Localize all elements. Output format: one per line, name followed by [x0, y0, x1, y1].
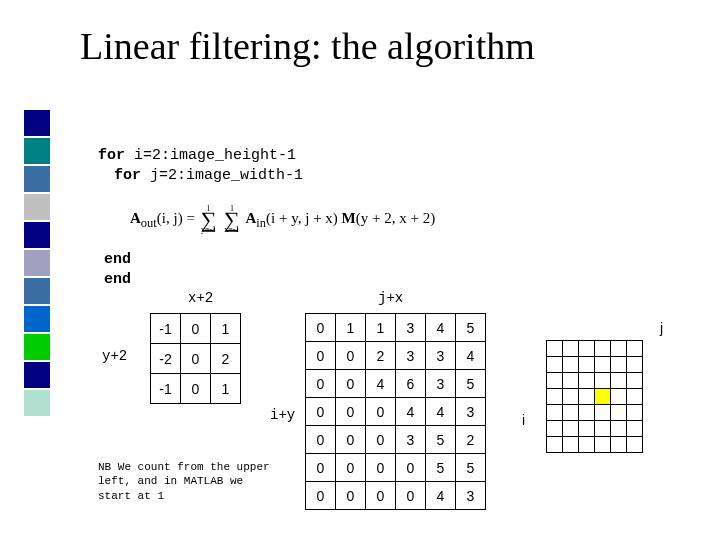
data-cell: 2	[456, 426, 486, 454]
grid-cell	[547, 437, 563, 453]
grid-cell	[595, 373, 611, 389]
kernel-cell: -2	[151, 344, 181, 374]
grid-cell	[611, 357, 627, 373]
data-cell: 0	[336, 482, 366, 510]
data-cell: 0	[336, 342, 366, 370]
data-cell: 3	[396, 342, 426, 370]
grid-cell	[611, 405, 627, 421]
kernel-cell: 0	[181, 374, 211, 404]
grid-cell	[627, 389, 643, 405]
data-cell: 0	[396, 454, 426, 482]
grid-cell	[563, 357, 579, 373]
data-cell: 0	[306, 398, 336, 426]
sidebar-square	[24, 362, 50, 388]
grid-cell	[563, 389, 579, 405]
data-cell: 1	[336, 314, 366, 342]
grid-cell	[563, 437, 579, 453]
data-cell: 5	[456, 314, 486, 342]
grid-cell	[595, 437, 611, 453]
grid-cell	[563, 405, 579, 421]
grid-cell	[547, 389, 563, 405]
grid-cell	[595, 357, 611, 373]
data-cell: 0	[336, 426, 366, 454]
grid-cell	[579, 405, 595, 421]
data-cell: 4	[426, 482, 456, 510]
output-grid	[546, 340, 643, 453]
f-aout-sub: out	[141, 216, 157, 230]
grid-cell	[627, 405, 643, 421]
label-j: j	[660, 320, 663, 336]
grid-cell	[579, 341, 595, 357]
data-cell: 1	[366, 314, 396, 342]
code-l1: i=2:image_height-1	[125, 147, 296, 164]
kw-end-2: end	[104, 271, 131, 288]
data-cell: 0	[306, 370, 336, 398]
data-cell: 0	[336, 370, 366, 398]
grid-cell	[579, 389, 595, 405]
data-cell: 0	[366, 454, 396, 482]
grid-cell	[595, 389, 611, 405]
code-block: for i=2:image_height-1 for j=2:image_wid…	[98, 146, 303, 187]
data-cell: 3	[396, 314, 426, 342]
kernel-cell: 1	[211, 314, 241, 344]
kw-for-2: for	[114, 167, 141, 184]
data-cell: 5	[426, 426, 456, 454]
grid-cell	[547, 405, 563, 421]
label-i: i	[522, 412, 525, 428]
data-cell: 0	[366, 482, 396, 510]
kernel-table: -101-202-101	[150, 313, 241, 404]
sidebar-decor	[24, 110, 50, 418]
sidebar-square	[24, 166, 50, 192]
kernel-cell: 2	[211, 344, 241, 374]
grid-cell	[611, 421, 627, 437]
kernel-cell: -1	[151, 314, 181, 344]
data-cell: 5	[426, 454, 456, 482]
kernel-cell: -1	[151, 374, 181, 404]
grid-cell	[595, 421, 611, 437]
data-cell: 3	[396, 426, 426, 454]
data-cell: 5	[456, 454, 486, 482]
grid-cell	[563, 341, 579, 357]
f-m: M	[342, 210, 356, 226]
data-cell: 4	[456, 342, 486, 370]
data-cell: 0	[306, 314, 336, 342]
data-cell: 2	[366, 342, 396, 370]
kernel-cell: 1	[211, 374, 241, 404]
sigma-2: 1∑x=-1	[224, 206, 240, 233]
data-cell: 5	[456, 370, 486, 398]
sidebar-square	[24, 334, 50, 360]
f-ain-args: (i + y, j + x)	[266, 210, 338, 226]
data-cell: 0	[366, 398, 396, 426]
data-cell: 0	[336, 398, 366, 426]
formula: Aout(i, j) = 1∑y=-1 1∑x=-1 Ain(i + y, j …	[130, 206, 435, 233]
grid-cell	[627, 421, 643, 437]
sidebar-square	[24, 390, 50, 416]
data-cell: 4	[426, 314, 456, 342]
sidebar-square	[24, 222, 50, 248]
data-cell: 4	[426, 398, 456, 426]
label-x2: x+2	[188, 290, 213, 306]
label-iy: i+y	[270, 407, 295, 423]
label-y2: y+2	[102, 348, 127, 364]
grid-cell	[563, 373, 579, 389]
grid-cell	[611, 341, 627, 357]
data-cell: 0	[306, 342, 336, 370]
grid-cell	[611, 389, 627, 405]
f-ain: A	[246, 210, 257, 226]
data-cell: 4	[366, 370, 396, 398]
grid-cell	[579, 421, 595, 437]
grid-cell	[627, 437, 643, 453]
kw-for-1: for	[98, 147, 125, 164]
grid-cell	[627, 373, 643, 389]
label-jx: j+x	[378, 290, 403, 306]
data-cell: 4	[396, 398, 426, 426]
data-cell: 0	[336, 454, 366, 482]
kw-end-1: end	[104, 251, 131, 268]
grid-cell	[627, 341, 643, 357]
data-cell: 3	[426, 342, 456, 370]
grid-cell	[547, 373, 563, 389]
data-cell: 0	[306, 426, 336, 454]
slide-title: Linear filtering: the algorithm	[80, 24, 535, 68]
sigma-1: 1∑y=-1	[201, 206, 217, 233]
data-cell: 0	[306, 454, 336, 482]
